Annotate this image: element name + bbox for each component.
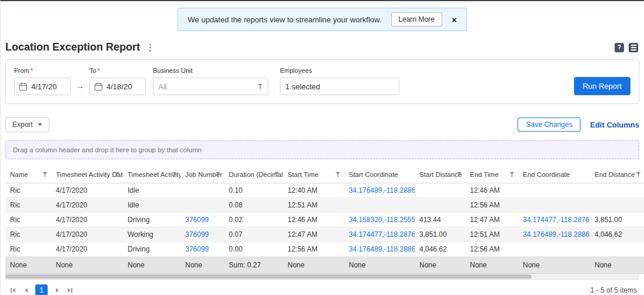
table-row[interactable]: Ric4/17/2020Idle0.0812:51 AM12:56 AM bbox=[5, 198, 644, 213]
column-header-end-time[interactable]: End Time bbox=[465, 166, 518, 183]
footer-cell: None bbox=[344, 257, 415, 274]
table-cell: Driving bbox=[123, 213, 181, 227]
column-header-start-distance[interactable]: Start Distance bbox=[415, 166, 465, 183]
help-icon[interactable]: ? bbox=[615, 43, 624, 52]
cell-link[interactable]: 34.158320,-118.255567 bbox=[349, 216, 415, 224]
table-cell: 4/17/2020 bbox=[51, 183, 123, 198]
table-cell: 4,046.62 bbox=[590, 227, 644, 242]
required-asterisk: * bbox=[98, 67, 100, 74]
from-label: From* bbox=[14, 67, 71, 74]
filter-icon[interactable] bbox=[335, 172, 341, 177]
table-cell bbox=[415, 183, 465, 198]
title-icons: ? bbox=[615, 43, 638, 52]
filter-icon[interactable] bbox=[258, 84, 263, 89]
list-view-glyph bbox=[631, 45, 636, 51]
table-cell: 3,851.00 bbox=[590, 213, 644, 227]
to-date-value: 4/18/20 bbox=[106, 82, 132, 91]
table-cell: 12:40 AM bbox=[283, 183, 344, 198]
cell-link[interactable]: 34.176489,-118.288670 bbox=[349, 245, 415, 253]
table-cell bbox=[518, 183, 590, 198]
save-changes-button[interactable]: Save Changes bbox=[518, 118, 580, 132]
table-cell: 34.158320,-118.255567 bbox=[344, 213, 415, 227]
column-header-name[interactable]: Name bbox=[5, 166, 51, 183]
footer-cell: None bbox=[415, 257, 465, 274]
table-cell: 34.174477,-118.287634 bbox=[518, 213, 590, 227]
business-unit-field: Business Unit All bbox=[153, 67, 268, 95]
column-header-end-coordinate[interactable]: End Coordinate bbox=[518, 166, 590, 183]
table-cell: 376099 bbox=[181, 227, 224, 242]
table-row[interactable]: Ric4/17/2020Working3760990.0712:47 AM34.… bbox=[5, 227, 644, 242]
title-row: Location Exception Report ⋮ ? bbox=[1, 31, 644, 53]
table-cell: Working bbox=[123, 227, 181, 242]
close-icon[interactable]: × bbox=[452, 15, 457, 24]
first-page-button[interactable] bbox=[6, 284, 19, 295]
calendar-icon bbox=[95, 83, 102, 90]
required-asterisk: * bbox=[31, 67, 33, 74]
cell-link[interactable]: 34.176489,-118.288670 bbox=[349, 186, 415, 195]
table-cell: 12:47 AM bbox=[283, 227, 344, 242]
column-header-label: Name bbox=[10, 171, 28, 178]
table-cell: 0.02 bbox=[224, 213, 283, 227]
group-by-bar[interactable]: Drag a column header and drop it here to… bbox=[5, 140, 639, 159]
column-header-job-number[interactable]: Job Number bbox=[181, 166, 224, 183]
edit-columns-link[interactable]: Edit Columns bbox=[590, 120, 639, 129]
column-header-start-time[interactable]: Start Time bbox=[283, 166, 344, 183]
cell-link[interactable]: 34.174477,-118.287634 bbox=[349, 230, 415, 239]
page-title: Location Exception Report bbox=[5, 41, 140, 53]
filter-icon[interactable] bbox=[636, 172, 641, 177]
footer-cell: None bbox=[465, 257, 518, 274]
table-row[interactable]: Ric4/17/2020Driving3760990.0012:56 AM34.… bbox=[5, 242, 644, 257]
column-header-label: End Time bbox=[470, 171, 499, 178]
cell-link[interactable]: 376099 bbox=[185, 216, 209, 224]
column-header-label: Start Time bbox=[288, 171, 318, 178]
scrollbar-thumb[interactable] bbox=[5, 274, 532, 279]
next-page-button[interactable] bbox=[51, 284, 64, 295]
run-report-button[interactable]: Run Report bbox=[574, 77, 630, 95]
table-cell: 4/17/2020 bbox=[51, 242, 123, 257]
employees-value: 1 selected bbox=[285, 82, 320, 91]
filter-icon[interactable] bbox=[42, 172, 48, 177]
table-cell: 34.176489,-118.288670 bbox=[518, 227, 590, 242]
list-view-icon[interactable] bbox=[629, 43, 638, 52]
arrow-right-icon: → bbox=[76, 81, 84, 90]
table-cell: Idle bbox=[123, 183, 181, 198]
cell-link[interactable]: 34.176489,-118.288670 bbox=[523, 230, 590, 239]
kebab-menu-icon[interactable]: ⋮ bbox=[146, 42, 155, 53]
export-button[interactable]: Export bbox=[5, 117, 49, 132]
last-page-button[interactable] bbox=[64, 284, 76, 295]
column-header-timesheet-activity-date[interactable]: Timesheet Activity Date bbox=[51, 166, 123, 183]
table-cell: 12:46 AM bbox=[283, 213, 344, 227]
cell-link[interactable]: 34.174477,-118.287634 bbox=[523, 216, 590, 224]
footer-cell: None bbox=[518, 257, 590, 274]
from-date-input[interactable]: 4/17/20 bbox=[14, 78, 71, 95]
table-cell: 376099 bbox=[181, 213, 224, 227]
column-header-timesheet-activity[interactable]: Timesheet Activity bbox=[123, 166, 181, 183]
column-header-duration-decimal-[interactable]: Duration (Decimal) bbox=[224, 166, 283, 183]
table-cell: 12:56 AM bbox=[465, 198, 518, 213]
employees-label: Employees bbox=[280, 67, 399, 74]
cell-link[interactable]: 376099 bbox=[185, 245, 209, 253]
prev-page-button[interactable] bbox=[19, 284, 32, 295]
column-header-end-distance[interactable]: End Distance bbox=[590, 166, 644, 183]
footer-cell: None bbox=[123, 257, 181, 274]
toolbar-row: Export Save Changes Edit Columns bbox=[5, 117, 639, 132]
employees-input[interactable]: 1 selected bbox=[280, 78, 399, 95]
footer-cell: None bbox=[590, 257, 644, 274]
table-row[interactable]: Ric4/17/2020Driving3760990.0212:46 AM34.… bbox=[5, 213, 644, 227]
page-number-button[interactable]: 1 bbox=[35, 284, 48, 295]
table-cell: 34.176489,-118.288670 bbox=[344, 183, 415, 198]
column-header-start-coordinate[interactable]: Start Coordinate bbox=[344, 166, 415, 183]
report-table: NameTimesheet Activity DateTimesheet Act… bbox=[5, 166, 644, 274]
column-header-label: End Coordinate bbox=[523, 171, 570, 178]
chevron-down-icon bbox=[38, 123, 42, 126]
filter-icon[interactable] bbox=[509, 172, 515, 177]
learn-more-button[interactable]: Learn More bbox=[391, 12, 442, 26]
employees-field: Employees 1 selected bbox=[280, 67, 399, 95]
table-row[interactable]: Ric4/17/2020Idle0.1012:40 AM34.176489,-1… bbox=[5, 183, 644, 198]
cell-link[interactable]: 376099 bbox=[185, 230, 209, 239]
horizontal-scrollbar[interactable] bbox=[5, 274, 639, 279]
table-cell bbox=[344, 198, 415, 213]
business-unit-dropdown[interactable]: All bbox=[153, 78, 268, 95]
to-date-input[interactable]: 4/18/20 bbox=[89, 78, 146, 95]
table-cell: 12:46 AM bbox=[465, 183, 518, 198]
